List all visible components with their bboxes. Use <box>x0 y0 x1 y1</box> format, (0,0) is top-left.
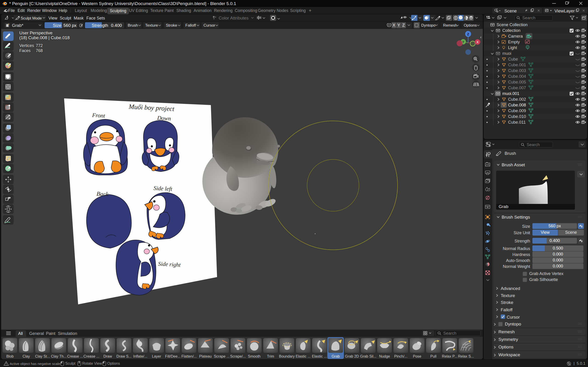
svg-text:Front: Front <box>92 112 105 119</box>
svg-text:Y: Y <box>462 40 464 44</box>
svg-text:Side right: Side right <box>158 261 181 268</box>
svg-text:X: X <box>477 40 479 44</box>
svg-text:Side left: Side left <box>153 185 173 192</box>
svg-text:Z: Z <box>467 32 469 36</box>
svg-text:Back: Back <box>96 190 109 198</box>
svg-text:Down: Down <box>157 115 171 122</box>
